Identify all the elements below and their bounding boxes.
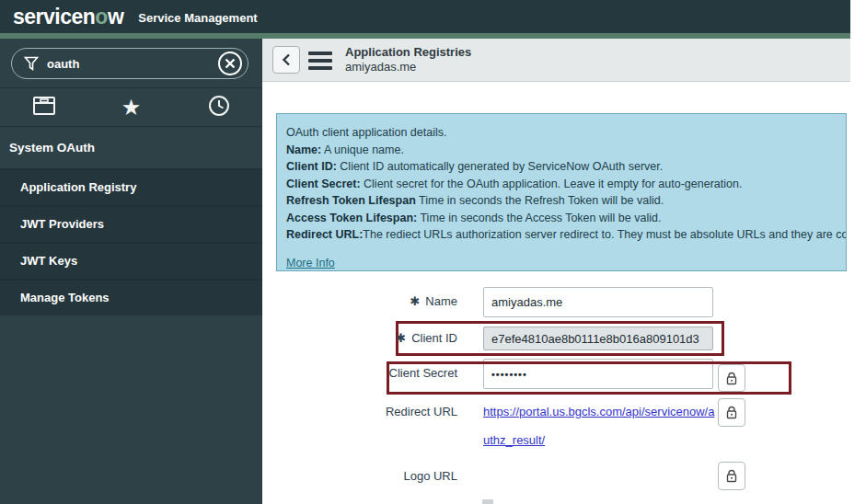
redirect-url-link-line2[interactable]: uthz_result/ [483, 433, 545, 447]
redirect-url-lock-button[interactable] [718, 398, 745, 427]
help-infobox: OAuth client application details. Name: … [276, 113, 847, 271]
info-label: Client ID: [286, 160, 337, 173]
client-id-input[interactable] [483, 326, 713, 350]
servicenow-logo: servicenow [13, 0, 123, 33]
client-secret-lock-button[interactable] [718, 364, 745, 392]
info-label: Access Token Lifespan: [286, 212, 417, 224]
name-field-label: ✱Name [336, 294, 457, 308]
archive-box-icon [32, 96, 56, 120]
info-label: Client Secret: [286, 178, 361, 190]
label-text: Client ID [411, 331, 457, 345]
client-secret-input[interactable] [483, 359, 713, 389]
info-intro: OAuth client application details. [286, 124, 846, 142]
next-field-edge [482, 499, 493, 504]
navigator-sidebar: ★ System OAuth Application Registry JWT … [0, 39, 262, 504]
sidebar-item-jwt-keys[interactable]: JWT Keys [0, 242, 262, 279]
record-name: amiyadas.me [345, 60, 471, 74]
info-text: Client secret for the OAuth application.… [361, 178, 743, 190]
label-text: Logo URL [403, 469, 457, 483]
required-icon: ✱ [396, 331, 406, 345]
clock-icon [208, 95, 230, 120]
info-text: Client ID automatically generated by Ser… [337, 160, 663, 173]
label-text: Redirect URL [386, 405, 457, 418]
info-line-access-token: Access Token Lifespan: Time in seconds t… [286, 210, 846, 227]
page-title: Application Registries [345, 45, 471, 60]
lock-icon [725, 469, 738, 483]
info-label: Redirect URL: [286, 228, 363, 241]
context-menu-icon[interactable] [308, 52, 332, 70]
required-icon: ✱ [410, 294, 420, 308]
info-label: Refresh Token Lifespan [286, 194, 416, 207]
logo-url-field-label: Logo URL [336, 469, 457, 483]
label-text: Name [425, 294, 457, 308]
info-label: Name: [286, 143, 321, 156]
tab-favorites[interactable]: ★ [109, 91, 155, 124]
servicenow-app: servicenow Service Management [0, 0, 866, 504]
info-text: Time in seconds the Refresh Token will b… [416, 194, 664, 207]
tab-history[interactable] [196, 91, 242, 124]
more-info-link[interactable]: More Info [286, 257, 335, 269]
client-secret-field-label: Client Secret [336, 366, 457, 380]
navigator-search-box[interactable] [11, 48, 248, 79]
info-line-redirect-url: Redirect URL:The rediect URLs authorizat… [286, 226, 846, 244]
nav-section-system-oauth[interactable]: System OAuth [0, 127, 262, 168]
logo-url-lock-button[interactable] [718, 462, 745, 490]
info-line-refresh-token: Refresh Token Lifespan Time in seconds t… [286, 192, 846, 210]
star-icon: ★ [121, 97, 142, 119]
lock-icon [725, 406, 738, 419]
logo-o-mark: o [95, 5, 108, 29]
main-content: Application Registries amiyadas.me OAuth… [262, 39, 850, 504]
nav-items: Application Registry JWT Providers JWT K… [0, 168, 262, 315]
logo-text-end: w [108, 5, 123, 29]
clear-search-icon[interactable] [218, 52, 242, 75]
info-text: A unique name. [321, 143, 404, 156]
sidebar-item-application-registry[interactable]: Application Registry [0, 168, 262, 205]
name-input[interactable] [483, 287, 713, 317]
info-text: Time in seconds the Access Token will be… [417, 212, 661, 224]
client-id-field-label: ✱Client ID [336, 331, 457, 345]
sidebar-item-jwt-providers[interactable]: JWT Providers [0, 205, 262, 242]
app-header: servicenow Service Management [0, 0, 850, 33]
navigator-tabs: ★ [0, 87, 262, 127]
label-text: Client Secret [389, 366, 457, 380]
right-margin [850, 0, 866, 504]
info-line-client-secret: Client Secret: Client secret for the OAu… [286, 176, 846, 193]
product-name: Service Management [138, 11, 257, 25]
redirect-url-link-line1[interactable]: https://portal.us.bgcls.com/api/servicen… [483, 405, 714, 418]
info-text: The rediect URLs authorization server re… [363, 228, 846, 241]
info-line-name: Name: A unique name. [286, 142, 846, 159]
navigator-search-row [0, 39, 262, 87]
filter-icon [24, 56, 39, 72]
logo-text: servicen [13, 5, 95, 29]
record-titlebar: Application Registries amiyadas.me [262, 39, 850, 82]
redirect-url-field-label: Redirect URL [336, 405, 457, 418]
navigator-search-input[interactable] [47, 57, 218, 71]
sidebar-item-manage-tokens[interactable]: Manage Tokens [0, 279, 262, 315]
tab-all-applications[interactable] [21, 91, 67, 124]
lock-icon [725, 372, 738, 385]
title-block: Application Registries amiyadas.me [345, 45, 471, 74]
info-line-client-id: Client ID: Client ID automatically gener… [286, 158, 846, 176]
back-button[interactable] [272, 46, 300, 74]
